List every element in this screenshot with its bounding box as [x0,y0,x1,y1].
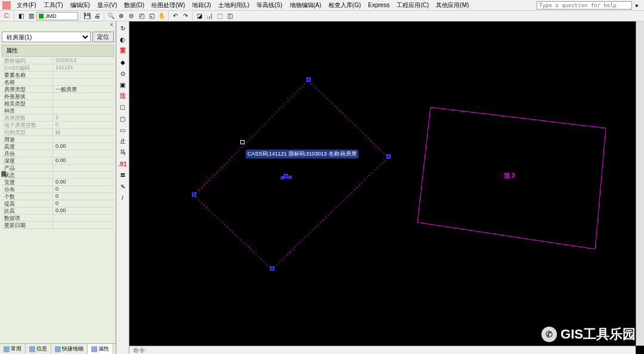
vertical-scrollbar[interactable] [636,21,644,346]
grip-handle[interactable] [284,174,288,178]
prop-value[interactable]: 0.00 [53,207,114,215]
menu-view[interactable]: 显示(V) [94,1,120,10]
vtool-button[interactable]: ☐ [117,102,128,113]
menu-express[interactable]: Express [364,1,393,9]
property-row[interactable]: 用途 [2,136,114,143]
zoom-extents-icon[interactable]: ◱ [147,11,156,21]
property-row[interactable]: 房屋类型一般房屋 [2,86,114,93]
property-row[interactable]: 名称 [2,79,114,86]
menu-objedit[interactable]: 地物编辑(A) [286,1,325,10]
prop-value[interactable]: 2 [53,114,114,122]
prop-value[interactable]: 一般房屋 [53,86,114,93]
grip-handle[interactable] [192,192,196,197]
prop-value[interactable] [53,222,114,229]
drawing-canvas[interactable]: CASS码:141121 国标码:3103013 名称:砖房屋 混 3 [129,21,636,346]
property-row[interactable]: 数据语 [2,215,114,222]
property-row[interactable]: 种类 [2,107,114,114]
property-row[interactable]: 外形形状 [2,93,114,100]
menu-project[interactable]: 工程应用(C) [393,1,432,10]
vtool-button[interactable]: 止 [117,136,128,147]
menu-contour[interactable]: 等高线(S) [253,1,286,10]
menu-check[interactable]: 检查入库(G) [325,1,364,10]
zoom-realtime-icon[interactable]: 🔍 [106,11,116,21]
property-row[interactable]: 要素名称 [2,72,114,79]
prop-value[interactable]: 0 [53,200,114,207]
cass-icon[interactable]: C: [2,11,12,21]
property-row[interactable]: 结构类型砖 [2,129,114,136]
layer-color-icon[interactable]: ◧ [16,11,26,21]
chart-icon[interactable]: 📊 [205,11,214,21]
prop-value[interactable] [53,100,114,107]
selected-diamond-shape[interactable] [194,80,388,269]
prop-value[interactable] [53,172,114,179]
vtool-button[interactable]: ⊙ [117,68,128,79]
property-row[interactable]: 高度0.00 [2,143,114,150]
grip-handle[interactable] [289,176,292,179]
property-row[interactable]: 深度0.00 [2,157,114,164]
vtool-button[interactable]: ◐ [117,34,128,45]
prop-value[interactable] [53,215,114,222]
property-row[interactable]: 分布0 [2,186,114,193]
tool-b-icon[interactable]: ◫ [225,11,234,21]
pan-icon[interactable]: ✋ [157,11,166,21]
property-row[interactable]: 个数0 [2,193,114,200]
help-search-input[interactable] [537,1,632,10]
layer-prop-icon[interactable]: ◪ [194,11,204,21]
property-row[interactable]: 相关类型 [2,100,114,107]
prop-value[interactable] [53,107,114,114]
property-row[interactable]: 状态 [2,172,114,179]
grip-handle[interactable] [386,154,391,159]
grip-handle[interactable] [270,266,274,271]
property-row[interactable]: 房屋层数2 [2,114,114,122]
vtool-button[interactable]: ✎ [117,181,128,192]
property-row[interactable]: 产品 [2,164,114,172]
redo-icon[interactable]: ↷ [181,11,190,21]
panel-tab[interactable]: 属性 [88,344,113,354]
property-row[interactable]: 月份 [2,150,114,157]
menu-landuse[interactable]: 土地利用(L) [215,1,253,10]
tool-a-icon[interactable]: ⬚ [215,11,224,21]
prop-value[interactable] [53,79,114,86]
vtool-button[interactable]: ▭ [117,125,128,135]
entity-type-dropdown[interactable]: 砖房屋(1) [2,32,91,42]
panel-tab[interactable]: 信息 [26,344,51,354]
prop-value[interactable]: 砖 [53,129,114,136]
prop-value[interactable]: 0 [53,193,114,200]
panel-close-icon[interactable]: × [110,21,113,30]
help-arrow-icon[interactable]: ▸ [632,1,642,10]
prop-value[interactable] [53,150,114,157]
menu-tools[interactable]: 工具(T) [40,1,67,10]
vtool-button[interactable]: 注 [117,91,128,101]
vtool-button[interactable]: ↻ [117,23,128,33]
prop-value[interactable]: 0 [53,122,114,129]
prop-value[interactable]: 3103013 [53,57,114,64]
prop-value[interactable]: 141121 [53,64,114,72]
prop-value[interactable] [53,72,114,79]
prop-value[interactable]: 0 [53,186,114,193]
menu-data[interactable]: 数据(D) [120,1,148,10]
menu-edit[interactable]: 编辑(E) [67,1,94,10]
property-row[interactable]: CASS编码141121 [2,64,114,72]
vtool-button[interactable]: ▢ [117,113,128,124]
vtool-button[interactable]: 马 [117,147,128,158]
vtool-button[interactable]: ◆ [117,57,128,67]
panel-tab[interactable]: 快捷地物 [51,344,88,354]
prop-value[interactable]: 0.00 [53,179,114,186]
property-row[interactable]: 更新日期 [2,222,114,229]
property-row[interactable]: 堤高0 [2,200,114,207]
menu-draw[interactable]: 绘图处理(W) [148,1,188,10]
menu-other[interactable]: 其他应用(M) [432,1,472,10]
zoom-in-icon[interactable]: ⊕ [116,11,126,21]
zoom-out-icon[interactable]: ⊖ [126,11,136,21]
grip-handle[interactable] [281,176,284,179]
menu-cadastre[interactable]: 地籍(J) [188,1,215,10]
vtool-button[interactable]: 重 [117,45,128,56]
undo-icon[interactable]: ↶ [171,11,180,21]
property-row[interactable]: 图标编码3103013 [2,57,114,64]
grip-handle[interactable] [306,77,311,82]
prop-value[interactable]: 0.00 [53,143,114,150]
print-icon[interactable]: 🖨 [92,11,102,21]
vtool-button[interactable]: / [117,192,128,203]
prop-value[interactable] [53,164,114,172]
vtool-button[interactable]: 〓 [117,170,128,181]
